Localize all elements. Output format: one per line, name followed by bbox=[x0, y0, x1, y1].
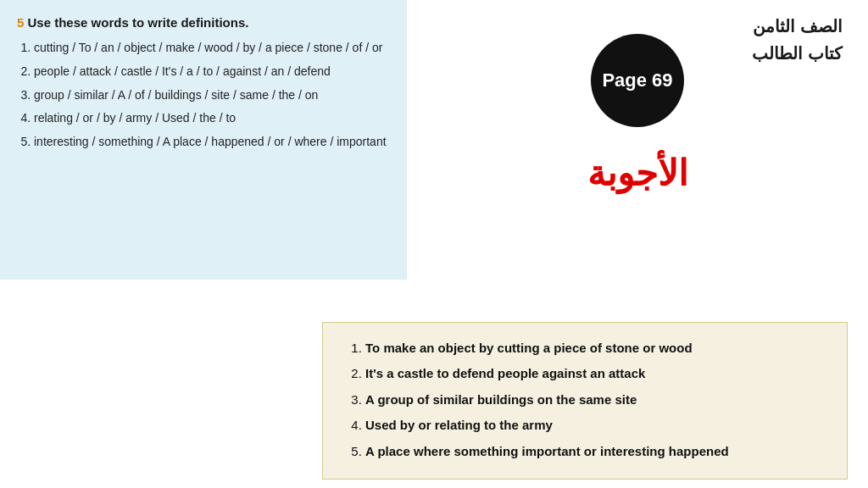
page-badge-text: Page 69 bbox=[602, 69, 672, 92]
answers-section: To make an object by cutting a piece of … bbox=[322, 322, 848, 480]
list-item: people / attack / castle / It's / a / to… bbox=[34, 62, 390, 82]
list-item: group / similar / A / of / buildings / s… bbox=[34, 86, 390, 106]
answer-item: It's a castle to defend people against a… bbox=[365, 362, 821, 386]
class-label: الصف الثامن bbox=[752, 13, 843, 40]
answers-list: To make an object by cutting a piece of … bbox=[365, 336, 821, 464]
question-title: 5 Use these words to write definitions. bbox=[17, 15, 390, 30]
list-item: relating / or / by / army / Used / the /… bbox=[34, 108, 390, 129]
question-box: 5 Use these words to write definitions. … bbox=[0, 0, 407, 280]
answer-item: A place where something important or int… bbox=[365, 440, 821, 464]
arabic-labels: الصف الثامن كتاب الطالب bbox=[752, 13, 843, 67]
list-item: interesting / something / A place / happ… bbox=[34, 132, 390, 152]
answer-item: A group of similar buildings on the same… bbox=[365, 388, 821, 413]
question-title-text: Use these words to write definitions. bbox=[28, 15, 249, 30]
page-badge: Page 69 bbox=[591, 34, 684, 127]
book-label: كتاب الطالب bbox=[752, 40, 843, 67]
question-number: 5 bbox=[17, 15, 24, 30]
answer-item: To make an object by cutting a piece of … bbox=[365, 336, 821, 361]
list-item: cutting / To / an / object / make / wood… bbox=[34, 38, 390, 58]
word-list: cutting / To / an / object / make / wood… bbox=[17, 38, 390, 152]
answer-item: Used by or relating to the army bbox=[365, 413, 821, 438]
answers-heading-arabic: الأجوبة bbox=[587, 152, 688, 194]
right-panel: الصف الثامن كتاب الطالب Page 69 الأجوبة bbox=[407, 0, 868, 280]
